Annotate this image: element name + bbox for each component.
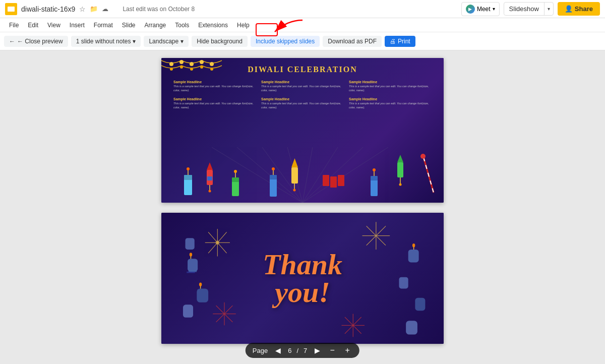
grid-text-1: This is a sample text that you can edit.… (173, 85, 256, 92)
menu-arrange[interactable]: Arrange (141, 20, 170, 30)
menu-tools[interactable]: Tools (171, 20, 193, 30)
svg-line-80 (216, 306, 224, 314)
previous-page-button[interactable]: ◀ (273, 345, 283, 355)
share-button[interactable]: 👤 Share (558, 2, 600, 16)
grid-headline-2: Sample Headline (261, 80, 344, 84)
svg-line-70 (367, 236, 376, 246)
slide-2: Thankyou! (161, 213, 444, 344)
svg-point-11 (200, 66, 203, 69)
svg-rect-49 (397, 162, 403, 177)
svg-marker-26 (207, 162, 213, 170)
menu-file[interactable]: File (5, 20, 23, 30)
svg-point-5 (190, 62, 194, 66)
grid-headline-4: Sample Headline (173, 97, 256, 101)
svg-point-37 (272, 167, 275, 170)
total-pages: 7 (304, 347, 307, 354)
close-preview-button[interactable]: ← ← Close preview (4, 36, 68, 47)
svg-rect-92 (197, 289, 208, 302)
slideshow-arrow-icon: ▾ (544, 4, 553, 14)
svg-line-59 (217, 242, 226, 253)
svg-point-102 (199, 283, 202, 286)
svg-point-3 (169, 62, 173, 66)
slide1-background: DIWALI CELEBRATION Sample Headline This … (161, 58, 444, 203)
page-separator: / (296, 347, 298, 354)
svg-point-33 (234, 170, 237, 173)
title-right: ▶ Meet ▾ Slideshow ▾ 👤 Share (461, 2, 600, 16)
svg-line-57 (217, 232, 226, 242)
svg-line-78 (216, 314, 224, 322)
grid-item-6: Sample Headline This is a sample text th… (347, 95, 434, 111)
page-label: Page (253, 347, 268, 354)
svg-line-72 (367, 226, 376, 236)
svg-rect-89 (188, 259, 198, 272)
meet-icon: ▶ (466, 5, 475, 14)
zoom-out-button[interactable]: − (327, 345, 337, 355)
grid-text-6: This is a sample text that you can edit.… (349, 102, 432, 109)
menu-edit[interactable]: Edit (24, 20, 42, 30)
title-left: diwali-static-16x9 ☆ 📁 ☁ Last edit was o… (5, 3, 195, 15)
svg-point-4 (179, 60, 184, 64)
svg-rect-91 (186, 238, 195, 250)
slide-notes-button[interactable]: 1 slide without notes ▾ (71, 36, 141, 47)
grid-item-3: Sample Headline This is a sample text th… (347, 78, 434, 94)
svg-point-29 (209, 190, 211, 193)
svg-point-6 (200, 60, 204, 64)
print-icon: 🖨 (390, 38, 396, 45)
slide2-background: Thankyou! (161, 213, 444, 344)
svg-line-82 (353, 317, 361, 325)
slides-icon (5, 3, 17, 15)
print-button[interactable]: 🖨 Print (385, 36, 415, 47)
grid-text-4: This is a sample text that you can edit.… (173, 102, 256, 109)
grid-item-2: Sample Headline This is a sample text th… (259, 78, 346, 94)
svg-rect-95 (399, 277, 408, 289)
svg-rect-27 (207, 176, 212, 180)
svg-rect-1 (8, 7, 15, 12)
toolbar: ← ← Close preview 1 slide without notes … (0, 32, 605, 50)
svg-rect-98 (187, 272, 195, 273)
svg-line-13 (212, 147, 302, 203)
hide-background-button[interactable]: Hide background (192, 36, 248, 47)
folder-icon[interactable]: 📁 (90, 5, 98, 13)
menu-extensions[interactable]: Extensions (194, 20, 232, 30)
meet-button[interactable]: ▶ Meet ▾ (461, 2, 500, 16)
star-icon[interactable]: ☆ (79, 5, 86, 13)
svg-rect-97 (406, 321, 417, 334)
svg-rect-35 (270, 175, 277, 179)
menu-format[interactable]: Format (90, 20, 117, 30)
svg-rect-30 (232, 180, 239, 196)
next-page-button[interactable]: ▶ (312, 345, 322, 355)
svg-point-64 (216, 241, 219, 245)
meet-chevron: ▾ (493, 6, 495, 12)
svg-rect-43 (330, 176, 337, 188)
svg-point-100 (190, 253, 192, 256)
svg-rect-46 (371, 176, 378, 180)
garland-decoration (161, 58, 227, 86)
menu-insert[interactable]: Insert (66, 20, 89, 30)
cloud-icon: ☁ (102, 5, 108, 13)
svg-line-66 (376, 226, 386, 236)
svg-point-10 (190, 68, 193, 71)
svg-point-55 (420, 154, 426, 159)
download-pdf-button[interactable]: Download as PDF (323, 36, 382, 47)
svg-point-12 (210, 68, 213, 71)
menu-help[interactable]: Help (233, 20, 254, 30)
grid-item-4: Sample Headline This is a sample text th… (171, 95, 258, 111)
include-skipped-button[interactable]: Include skipped slides (251, 36, 320, 47)
slideshow-button[interactable]: Slideshow ▾ (504, 2, 554, 16)
svg-marker-39 (291, 158, 298, 167)
grid-text-3: This is a sample text that you can edit.… (349, 85, 432, 92)
zoom-in-button[interactable]: + (342, 345, 352, 355)
svg-line-86 (345, 326, 353, 334)
title-bar: diwali-static-16x9 ☆ 📁 ☁ Last edit was o… (0, 0, 605, 18)
svg-point-9 (180, 66, 183, 69)
thank-you-text: Thankyou! (263, 251, 342, 306)
grid-headline-3: Sample Headline (349, 80, 432, 84)
svg-line-88 (345, 317, 353, 325)
menu-view[interactable]: View (43, 20, 65, 30)
orientation-button[interactable]: Landscape ▾ (144, 36, 189, 47)
menu-slide[interactable]: Slide (118, 20, 140, 30)
grid-text-5: This is a sample text that you can edit.… (261, 102, 344, 109)
svg-rect-42 (323, 175, 329, 186)
svg-rect-44 (338, 175, 344, 186)
svg-line-76 (224, 314, 232, 322)
